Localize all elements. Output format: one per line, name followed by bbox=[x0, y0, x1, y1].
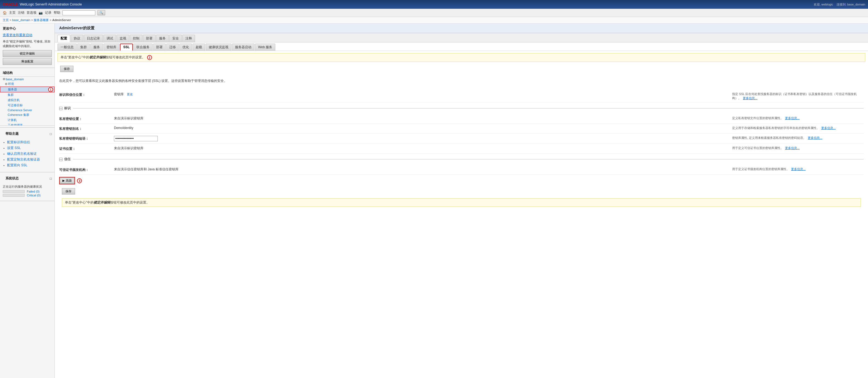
identity-trust-change-link[interactable]: 更改 bbox=[127, 93, 133, 96]
preferences-link[interactable]: 首选项 bbox=[27, 10, 36, 15]
private-key-location-more-link[interactable]: 更多信息... bbox=[785, 117, 800, 120]
tree-item-clusters[interactable]: 集群 bbox=[0, 92, 55, 97]
tab-configuration[interactable]: 配置 bbox=[58, 35, 70, 42]
record-link[interactable]: 记录 bbox=[45, 10, 52, 15]
private-key-passphrase-input[interactable] bbox=[114, 136, 158, 141]
critical-link[interactable]: Critical (0) bbox=[27, 194, 40, 197]
identity-trust-label: 标识和信任位置： bbox=[59, 92, 114, 97]
main-tabs-container: 配置 协议 日志记录 调试 监视 控制 部署 服务 安全 注释 bbox=[55, 33, 868, 42]
subtab-overload[interactable]: 超载 bbox=[192, 43, 205, 51]
toolbar: 🏠 主页 注销 首选项 📷 记录 帮助 🔍 bbox=[0, 9, 868, 17]
tab-security[interactable]: 安全 bbox=[169, 35, 182, 42]
logout-link[interactable]: 注销 bbox=[18, 10, 24, 15]
bottom-info-bar: 单击"更改中心"中的锁定并编辑按钮可修改此页中的设置。 bbox=[62, 198, 861, 207]
identity-trust-help: 指定 SSL 应在何处查找服务器的标识（证书和私有密钥）以及服务器的信任（可信证… bbox=[727, 92, 864, 100]
tree-item-migratable-targets[interactable]: 可迁移目标 bbox=[0, 103, 55, 108]
expand-icon: ▶ bbox=[62, 179, 65, 182]
private-key-location-label: 私有密钥位置： bbox=[59, 116, 114, 121]
release-config-button[interactable]: 释放配置 bbox=[3, 58, 52, 65]
failed-bar bbox=[3, 190, 25, 193]
tree-item-environment[interactable]: ⊖环境 bbox=[0, 81, 55, 87]
subtab-server-start[interactable]: 服务器启动 bbox=[232, 43, 254, 51]
private-key-alias-value: DemoIdentity bbox=[114, 126, 727, 130]
oracle-logo: ORACLE bbox=[3, 2, 18, 7]
search-button[interactable]: 🔍 bbox=[97, 10, 105, 15]
breadcrumb-current: AdminServer bbox=[52, 18, 71, 22]
trust-collapse-icon: — bbox=[59, 158, 62, 161]
private-key-alias-more-link[interactable]: 更多信息... bbox=[821, 126, 836, 130]
breadcrumb-home[interactable]: 主页 bbox=[3, 18, 9, 22]
help-link-2[interactable]: 设置 SSL bbox=[7, 146, 52, 150]
help-link-1[interactable]: 配置标识和信任 bbox=[7, 140, 52, 145]
private-key-alias-help: 定义用于存储和检索服务器私有密钥的字符串别名的密钥库属性。 更多信息... bbox=[727, 126, 864, 130]
main-tabs: 配置 协议 日志记录 调试 监视 控制 部署 服务 安全 注释 bbox=[58, 35, 865, 42]
save-button-bottom[interactable]: 保存 bbox=[62, 188, 75, 194]
identity-trust-more-link[interactable]: 更多信息... bbox=[743, 96, 757, 100]
subtab-tuning[interactable]: 优化 bbox=[179, 43, 192, 51]
failed-status-row: Failed (0) bbox=[3, 190, 52, 193]
trust-collapse[interactable]: — 信任 bbox=[59, 156, 71, 163]
save-button-top[interactable]: 保存 bbox=[60, 66, 73, 72]
help-link[interactable]: 帮助 bbox=[54, 10, 60, 15]
subtab-health[interactable]: 健康状况监视 bbox=[206, 43, 231, 51]
subtab-services[interactable]: 服务 bbox=[90, 43, 103, 51]
tab-debug[interactable]: 调试 bbox=[103, 35, 116, 42]
private-key-alias-row: 私有密钥别名： DemoIdentity 定义用于存储和检索服务器私有密钥的字符… bbox=[59, 124, 864, 134]
tree-item-machines[interactable]: 计算机 bbox=[0, 118, 55, 123]
tab-services[interactable]: 服务 bbox=[156, 35, 169, 42]
subtab-cluster[interactable]: 集群 bbox=[77, 43, 90, 51]
tab-logging[interactable]: 日志记录 bbox=[84, 35, 103, 42]
home-link[interactable]: 主页 bbox=[9, 10, 16, 15]
search-input[interactable] bbox=[62, 10, 95, 15]
tab-monitor[interactable]: 监视 bbox=[117, 35, 129, 42]
subtab-ssl[interactable]: SSL bbox=[120, 43, 133, 51]
identity-collapse[interactable]: — 标识 bbox=[59, 105, 71, 112]
top-header: ORACLE WebLogic Server® Administration C… bbox=[0, 0, 868, 9]
advanced-button[interactable]: ▶ 高级 bbox=[60, 178, 74, 184]
cert-location-row: 证书位置： 来自演示标识密钥库 用于定义可信证书位置的密钥库属性。 更多信息..… bbox=[59, 144, 864, 154]
help-link-3[interactable]: 确认启用主机名验证 bbox=[7, 152, 52, 156]
subtab-keystore[interactable]: 密钥库 bbox=[103, 43, 119, 51]
tab-deploy[interactable]: 部署 bbox=[143, 35, 156, 42]
cert-location-more-link[interactable]: 更多信息... bbox=[785, 146, 800, 150]
tree-item-base-domain[interactable]: ⊖base_domain bbox=[0, 77, 55, 81]
help-link-4[interactable]: 配置定制主机名验证器 bbox=[7, 157, 52, 162]
header-right: 欢迎, weblogic 连接到: base_domain bbox=[814, 2, 865, 7]
form-area: 在此页中，您可以查看和定义此服务器实例的各种安全套接字层 (SSL) 设置。这些… bbox=[55, 74, 868, 212]
sidebar: 更改中心 查看更改和重新启动 单击"锁定并编辑"按钮, 可修改, 添加或删除此域… bbox=[0, 24, 55, 378]
tab-notes[interactable]: 注释 bbox=[182, 35, 195, 42]
lock-edit-button[interactable]: 锁定并编辑 bbox=[3, 50, 52, 57]
failed-link[interactable]: Failed (0) bbox=[27, 190, 39, 193]
page-title: AdminServer的设置 bbox=[55, 24, 868, 33]
private-key-location-value: 来自演示标识密钥库 bbox=[114, 116, 727, 121]
private-key-passphrase-more-link[interactable]: 更多信息... bbox=[808, 136, 822, 139]
tree-item-servers[interactable]: 服务器 1 bbox=[0, 87, 55, 92]
view-changes-link[interactable]: 查看更改和重新启动 bbox=[0, 32, 55, 38]
breadcrumb-server-summary[interactable]: 服务器概要 bbox=[34, 18, 49, 22]
tree-item-work-managers[interactable]: 工作管理器 bbox=[0, 123, 55, 126]
help-title: 帮助主题 bbox=[3, 130, 21, 137]
advanced-button-box: ▶ 高级 bbox=[59, 177, 75, 184]
change-center-section: 更改中心 查看更改和重新启动 单击"锁定并编辑"按钮, 可修改, 添加或删除此域… bbox=[0, 24, 55, 68]
help-link-5[interactable]: 配置双向 SSL bbox=[7, 163, 52, 168]
tree-item-coherence-cluster[interactable]: Coherence 集群 bbox=[0, 112, 55, 118]
status-collapse-icon[interactable]: □ bbox=[50, 177, 52, 181]
identity-trust-row: 标识和信任位置： 密钥库 更改 指定 SSL 应在何处查找服务器的标识（证书和私… bbox=[59, 90, 864, 103]
trusted-ca-more-link[interactable]: 更多信息... bbox=[791, 167, 806, 171]
subtab-general[interactable]: 一般信息 bbox=[58, 43, 77, 51]
info-bar: 单击"更改中心"中的锁定并编辑按钮可修改此页中的设置。 2 bbox=[58, 53, 865, 62]
subtab-migration[interactable]: 迁移 bbox=[166, 43, 179, 51]
help-collapse-icon[interactable]: □ bbox=[50, 132, 52, 136]
tree-item-virtual-hosts[interactable]: 虚拟主机 bbox=[0, 97, 55, 103]
app-title: WebLogic Server® Administration Console bbox=[20, 2, 82, 6]
tab-protocol[interactable]: 协议 bbox=[71, 35, 83, 42]
breadcrumb: 主页 > base_domain > 服务器概要 > AdminServer bbox=[0, 17, 868, 24]
breadcrumb-domain[interactable]: base_domain bbox=[12, 18, 30, 22]
subtab-federation[interactable]: 联合服务 bbox=[133, 43, 153, 51]
record-icon: 📷 bbox=[39, 11, 43, 15]
tree-item-coherence-server[interactable]: Coherence Server bbox=[0, 108, 55, 112]
form-description: 在此页中，您可以查看和定义此服务器实例的各种安全套接字层 (SSL) 设置。这些… bbox=[59, 76, 864, 86]
subtab-web-services[interactable]: Web 服务 bbox=[255, 43, 275, 51]
subtab-deployment[interactable]: 部署 bbox=[153, 43, 166, 51]
tab-control[interactable]: 控制 bbox=[130, 35, 143, 42]
